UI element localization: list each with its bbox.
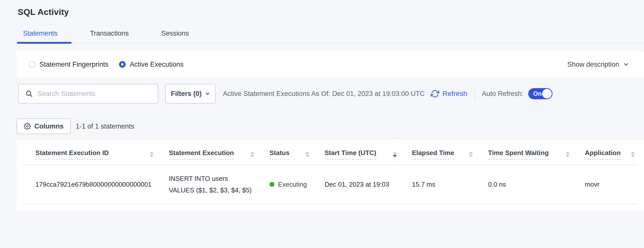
- filters-button-label[interactable]: Filters (0): [171, 90, 202, 98]
- show-description-toggle[interactable]: Show description: [567, 61, 629, 68]
- tab-sessions[interactable]: Sessions: [155, 30, 195, 37]
- column-header-statement-execution: Statement Execution: [169, 140, 269, 165]
- cell-elapsed-time: 15.7 ms: [412, 165, 488, 204]
- sql-activity-page: SQL Activity Statements Transactions Ses…: [0, 0, 644, 248]
- sort-icon[interactable]: [146, 152, 154, 157]
- sort-icon[interactable]: [247, 152, 254, 157]
- statements-table: Statement Execution ID Statement Executi…: [23, 140, 638, 204]
- tab-bar: Statements Transactions Sessions: [17, 30, 644, 43]
- radio-label[interactable]: Statement Fingerprints: [39, 61, 108, 68]
- executing-status-dot-icon: [269, 182, 274, 187]
- column-header-label[interactable]: Statement Execution ID: [35, 149, 109, 160]
- radio-statement-fingerprints[interactable]: Statement Fingerprints: [29, 61, 108, 68]
- column-header-status: Status: [269, 140, 325, 165]
- toggle-knob[interactable]: [542, 89, 552, 98]
- auto-refresh-toggle[interactable]: On: [528, 88, 553, 99]
- cell-statement: INSERT INTO users VALUES ($1, $2, $3, $4…: [169, 165, 269, 204]
- column-header-label[interactable]: Elapsed Time: [412, 149, 454, 160]
- status-label: Executing: [278, 181, 307, 188]
- page-title: SQL Activity: [18, 7, 644, 17]
- columns-button[interactable]: Columns: [17, 118, 71, 134]
- table-controls-row: Columns 1-1 of 1 statements: [17, 118, 644, 134]
- refresh-button[interactable]: Refresh: [431, 89, 467, 98]
- sort-icon-descending-active[interactable]: [389, 152, 397, 157]
- column-header-label[interactable]: Status: [269, 149, 289, 160]
- cell-application: movr: [585, 165, 638, 204]
- refresh-label[interactable]: Refresh: [442, 90, 467, 98]
- tab-transactions[interactable]: Transactions: [84, 30, 135, 37]
- table-header-row: Statement Execution ID Statement Executi…: [23, 140, 638, 165]
- cell-status: Executing: [269, 165, 325, 204]
- search-input[interactable]: [37, 90, 153, 98]
- search-icon: [25, 90, 33, 97]
- column-header-label[interactable]: Start Time (UTC): [325, 149, 376, 160]
- column-header-elapsed-time: Elapsed Time: [412, 140, 488, 165]
- column-header-start-time: Start Time (UTC): [325, 140, 412, 165]
- show-description-label[interactable]: Show description: [567, 61, 619, 68]
- as-of-timestamp: Active Statement Executions As Of: Dec 0…: [223, 90, 425, 98]
- tab-statements[interactable]: Statements: [17, 30, 64, 37]
- search-box[interactable]: [18, 84, 158, 104]
- radio-active-executions[interactable]: Active Executions: [119, 61, 183, 68]
- sort-icon[interactable]: [562, 152, 570, 157]
- column-header-label[interactable]: Statement Execution: [169, 149, 234, 160]
- chevron-down-icon: [623, 61, 629, 68]
- radio-unselected-icon[interactable]: [29, 61, 35, 68]
- column-header-time-spent-waiting: Time Spent Waiting: [488, 140, 585, 165]
- column-header-application: Application: [585, 140, 638, 165]
- cell-time-spent-waiting: 0.0 ns: [488, 165, 585, 204]
- view-mode-card: Statement Fingerprints Active Executions…: [17, 51, 644, 78]
- column-header-label[interactable]: Application: [585, 149, 621, 160]
- toolbar: Filters (0) Active Statement Executions …: [18, 84, 644, 104]
- active-tab-indicator: [17, 42, 72, 44]
- cell-execution-id[interactable]: 179cca7921e679b80000000000000001: [23, 165, 169, 204]
- column-header-label[interactable]: Time Spent Waiting: [488, 149, 549, 160]
- column-header-statement-execution-id: Statement Execution ID: [23, 140, 169, 165]
- result-count: 1-1 of 1 statements: [76, 122, 134, 130]
- statements-table-card: Statement Execution ID Statement Executi…: [17, 140, 644, 211]
- cell-start-time: Dec 01, 2023 at 19:03: [325, 165, 412, 204]
- vertical-divider: [475, 87, 475, 101]
- sort-icon[interactable]: [627, 152, 635, 157]
- sort-icon[interactable]: [465, 152, 473, 157]
- sort-icon[interactable]: [302, 152, 309, 157]
- auto-refresh-label: Auto Refresh:: [482, 90, 523, 98]
- table-row[interactable]: 179cca7921e679b80000000000000001 INSERT …: [23, 165, 638, 204]
- chevron-down-icon: [205, 91, 210, 96]
- radio-selected-icon[interactable]: [119, 61, 126, 68]
- toggle-state-label: On: [533, 90, 542, 97]
- columns-button-label[interactable]: Columns: [34, 122, 64, 130]
- gear-icon: [24, 123, 31, 130]
- filters-button[interactable]: Filters (0): [165, 84, 216, 104]
- refresh-icon: [431, 89, 439, 98]
- radio-label[interactable]: Active Executions: [130, 61, 183, 68]
